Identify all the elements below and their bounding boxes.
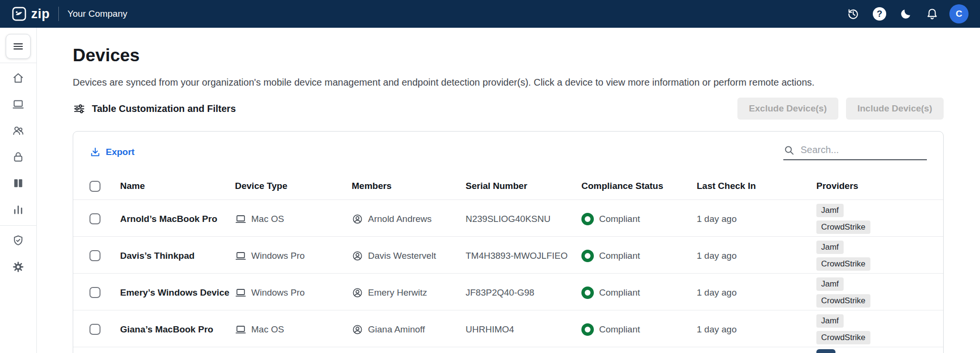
provider-badge: Jamf bbox=[816, 314, 844, 328]
sidebar-item-settings[interactable] bbox=[8, 256, 29, 277]
navbar-left: zip Your Company bbox=[11, 6, 127, 22]
sidebar-item-reports[interactable] bbox=[8, 199, 29, 220]
provider-badge: CrowdStrike bbox=[816, 257, 870, 271]
help-button[interactable] bbox=[870, 5, 889, 23]
serial-number: N239SLIOG40KSNU bbox=[466, 214, 581, 224]
device-type-cell: Mac OS bbox=[235, 324, 352, 335]
device-type-cell: Windows Pro bbox=[235, 250, 352, 262]
compliance-status-cell: Compliant bbox=[581, 323, 697, 336]
moon-icon bbox=[899, 7, 913, 21]
last-check-in: 1 day ago bbox=[697, 324, 816, 335]
column-header-name: Name bbox=[120, 181, 235, 191]
exclude-devices-button[interactable]: Exclude Device(s) bbox=[737, 98, 838, 120]
navbar-divider bbox=[58, 7, 59, 21]
sidebar-menu-button[interactable] bbox=[6, 34, 31, 59]
select-all-checkbox[interactable] bbox=[89, 181, 100, 192]
providers-cell: Jamf CrowdStrike bbox=[816, 237, 927, 275]
member-name: Arnold Andrews bbox=[368, 214, 432, 224]
serial-number: TM4H3893-MWOJLFIEO bbox=[466, 251, 581, 261]
compliance-status-cell: Compliant bbox=[581, 213, 697, 225]
sidebar bbox=[0, 28, 37, 353]
device-type-label: Windows Pro bbox=[251, 251, 305, 261]
compliance-label: Compliant bbox=[599, 251, 640, 261]
compliant-ring-icon bbox=[581, 287, 594, 299]
app-window: zip Your Company C bbox=[0, 0, 980, 353]
notifications-button[interactable] bbox=[923, 5, 941, 23]
compliant-ring-icon bbox=[581, 323, 594, 336]
sidebar-item-security[interactable] bbox=[8, 146, 29, 167]
compliant-ring-icon bbox=[581, 213, 594, 225]
export-button[interactable]: Export bbox=[89, 146, 134, 158]
providers-cell: Jamf CrowdStrike bbox=[816, 310, 927, 348]
history-button[interactable] bbox=[844, 5, 862, 23]
member-name: Davis Westervelt bbox=[368, 251, 436, 261]
sliders-icon bbox=[73, 102, 86, 115]
row-checkbox[interactable] bbox=[89, 250, 100, 261]
main-layout: Devices Devices are synced from your org… bbox=[0, 28, 980, 353]
zip-logo-icon bbox=[11, 6, 27, 22]
device-type-cell: Mac OS bbox=[235, 213, 352, 225]
filters-label: Table Customization and Filters bbox=[92, 103, 236, 114]
company-name: Your Company bbox=[67, 9, 127, 19]
table-row[interactable]: Giana’s MacBook Pro Mac OS Giana Aminoff… bbox=[73, 310, 943, 347]
row-checkbox[interactable] bbox=[89, 213, 100, 224]
device-type-label: Windows Pro bbox=[251, 287, 305, 298]
history-icon bbox=[846, 7, 860, 21]
columns-icon bbox=[12, 177, 24, 189]
last-check-in: 1 day ago bbox=[697, 251, 816, 261]
member-cell: Emery Herwitz bbox=[352, 287, 466, 298]
hamburger-icon bbox=[12, 40, 24, 53]
column-header-members: Members bbox=[352, 181, 466, 191]
provider-badge: Jamf bbox=[816, 204, 844, 217]
devices-table-card: Export Name Device Type Members Serial N… bbox=[73, 131, 944, 353]
filters-row: Table Customization and Filters Exclude … bbox=[73, 98, 944, 120]
search-input[interactable] bbox=[800, 144, 927, 156]
sidebar-item-compliance[interactable] bbox=[8, 230, 29, 251]
table-toolbar: Export bbox=[73, 132, 943, 173]
serial-number: JF83P2Q40-G98 bbox=[466, 287, 581, 298]
gear-icon bbox=[12, 261, 24, 273]
table-row[interactable]: Arnold’s MacBook Pro Mac OS Arnold Andre… bbox=[73, 200, 943, 237]
partial-provider-badge bbox=[816, 349, 835, 353]
user-circle-icon bbox=[352, 287, 363, 298]
sidebar-item-home[interactable] bbox=[8, 67, 29, 88]
provider-badge: Jamf bbox=[816, 241, 844, 254]
column-header-providers: Providers bbox=[816, 181, 927, 191]
laptop-icon bbox=[235, 250, 246, 262]
page-description: Devices are synced from your organizatio… bbox=[73, 77, 944, 88]
providers-cell: Jamf CrowdStrike bbox=[816, 274, 927, 311]
providers-cell: Jamf CrowdStrike bbox=[816, 200, 927, 238]
include-devices-button[interactable]: Include Device(s) bbox=[846, 98, 944, 120]
table-customization-toggle[interactable]: Table Customization and Filters bbox=[73, 102, 236, 115]
laptop-icon bbox=[12, 98, 24, 110]
help-icon bbox=[873, 7, 886, 21]
compliance-label: Compliant bbox=[599, 287, 640, 298]
table-row[interactable]: Davis’s Thinkpad Windows Pro Davis Weste… bbox=[73, 237, 943, 274]
user-circle-icon bbox=[352, 324, 363, 335]
zip-logo-text: zip bbox=[31, 7, 50, 22]
search-box bbox=[783, 144, 927, 160]
last-check-in: 1 day ago bbox=[697, 287, 816, 298]
provider-badge: Jamf bbox=[816, 277, 844, 291]
bell-icon bbox=[925, 7, 939, 21]
sidebar-item-devices[interactable] bbox=[8, 94, 29, 115]
compliance-label: Compliant bbox=[599, 324, 640, 335]
sidebar-item-apps[interactable] bbox=[8, 173, 29, 194]
user-avatar[interactable]: C bbox=[949, 4, 969, 23]
table-row[interactable]: Emery’s Windows Device Windows Pro Emery… bbox=[73, 274, 943, 310]
sidebar-item-members[interactable] bbox=[8, 120, 29, 141]
dark-mode-button[interactable] bbox=[897, 5, 915, 23]
provider-badge: CrowdStrike bbox=[816, 331, 870, 344]
sidebar-divider bbox=[0, 225, 37, 226]
lock-icon bbox=[12, 151, 24, 163]
row-checkbox[interactable] bbox=[89, 324, 100, 335]
row-checkbox[interactable] bbox=[89, 287, 100, 298]
table-row-partial[interactable] bbox=[73, 347, 943, 353]
last-check-in: 1 day ago bbox=[697, 214, 816, 224]
column-header-serial-number: Serial Number bbox=[466, 181, 581, 191]
user-circle-icon bbox=[352, 250, 363, 262]
zip-logo[interactable]: zip bbox=[11, 6, 50, 22]
device-action-buttons: Exclude Device(s) Include Device(s) bbox=[737, 98, 944, 120]
column-header-device-type: Device Type bbox=[235, 181, 352, 191]
bar-chart-icon bbox=[12, 203, 24, 216]
